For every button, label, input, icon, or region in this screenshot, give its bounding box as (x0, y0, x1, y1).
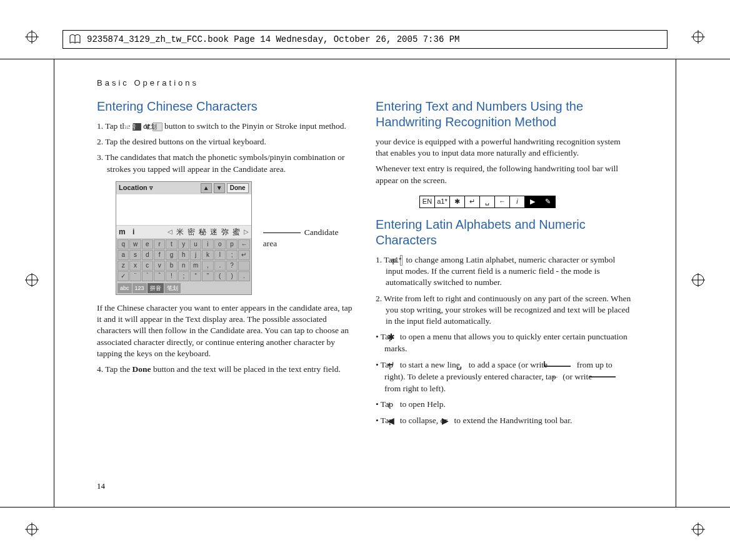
candidate-caption: Candidate area (263, 227, 354, 249)
stroke-button-icon: 笔划 (152, 122, 162, 131)
figure-title: Location ▿ (119, 183, 153, 192)
key: s (129, 250, 141, 260)
up-icon: ▲ (201, 183, 212, 193)
mode-indicator: a1* (435, 196, 450, 208)
backspace-icon: ← (495, 196, 510, 208)
key: r (154, 239, 165, 249)
paragraph-candidate: If the Chinese character you want to ent… (97, 302, 354, 359)
right-column: Entering Text and Numbers Using the Hand… (376, 99, 633, 431)
heading-latin: Entering Latin Alphabets and Numeric Cha… (376, 217, 633, 248)
key: b (166, 261, 177, 271)
key: f (154, 250, 165, 260)
book-icon (69, 34, 81, 44)
heading-handwriting: Entering Text and Numbers Using the Hand… (376, 99, 633, 130)
print-header: 9235874_3129_zh_tw_FCC.book Page 14 Wedn… (62, 30, 668, 49)
next-icon: ▷ (244, 228, 249, 236)
key: ; (226, 250, 238, 260)
key: m (190, 261, 201, 271)
key: e (142, 239, 153, 249)
bullet-collapse-extend: • Tap ◀ to collapse, or ▶ to extend the … (376, 415, 633, 427)
step-2: 2. Tap the desired buttons on the virtua… (97, 136, 354, 148)
register-target-icon (25, 273, 39, 287)
key: . (214, 261, 226, 271)
key: d (142, 250, 153, 260)
cropmark-icon (691, 30, 705, 44)
key: y (178, 239, 189, 249)
typed-pinyin: m i (119, 227, 137, 237)
key: v (154, 261, 165, 271)
candidate-row: m i ◁ 米 密 秘 迷 弥 蜜 ▷ (116, 226, 251, 238)
key: ( (214, 271, 226, 281)
bullet-help: • Tap i to open Help. (376, 399, 633, 411)
key: ¨ (129, 271, 141, 281)
key: j (190, 250, 201, 260)
bullet-newline-space-delete: • Tap ↵ to start a new line, ␣ to add a … (376, 359, 633, 394)
key: z (118, 261, 129, 271)
handwriting-toolbar-figure: EN a1* ✱ ↵ ␣ ← i ▶ ✎ (419, 196, 556, 208)
key: o (214, 239, 226, 249)
key: h (178, 250, 189, 260)
section-header: Basic Operations (97, 78, 633, 88)
space-icon: ␣ (480, 196, 495, 208)
key: a (118, 250, 129, 260)
step-3: 3. The candidates that match the phoneti… (97, 152, 354, 174)
key: n (178, 261, 189, 271)
key: k (202, 250, 213, 260)
key: g (166, 250, 177, 260)
cropmark-icon (25, 30, 39, 44)
down-icon: ▼ (214, 183, 225, 193)
lang-indicator: EN (420, 196, 435, 208)
mode-row: abc 123 拼音 笔划 (116, 282, 251, 294)
key: ; (178, 271, 189, 281)
key: . (238, 271, 249, 281)
key: l (214, 250, 226, 260)
prev-icon: ◁ (168, 228, 172, 236)
pinyin-button-icon: 拼音 (132, 123, 141, 131)
cropmark-icon (25, 522, 39, 536)
key: ” (202, 271, 213, 281)
asterisk-icon: ✱ (450, 196, 465, 208)
key: ˆ (154, 271, 165, 281)
key: p (226, 239, 238, 249)
r-step-2: 2. Write from left to right and continuo… (376, 293, 633, 328)
paragraph-hw-intro: your device is equipped with a powerful … (376, 136, 633, 159)
step-4: 4. Tap the Done button and the text will… (97, 364, 354, 375)
expand-icon: ▶ (525, 196, 540, 208)
register-target-icon (691, 273, 705, 287)
key: ! (166, 271, 177, 281)
r-step-1: 1. Tap a1* to change among Latin alphabe… (376, 254, 633, 289)
key: , (202, 261, 213, 271)
key: ) (226, 271, 238, 281)
step-1: 1. Tap the 拼音 or 笔划 button to switch to … (97, 121, 354, 132)
help-icon: i (510, 196, 525, 208)
key: t (166, 239, 177, 249)
mode-icon: a1* (400, 255, 403, 266)
key: ` (142, 271, 153, 281)
return-icon: ↵ (465, 196, 480, 208)
key: w (129, 239, 141, 249)
key: ? (226, 261, 238, 271)
figure-textarea (116, 194, 251, 226)
key: c (142, 261, 153, 271)
done-button: Done (227, 183, 249, 193)
pen-icon: ✎ (540, 196, 555, 208)
keyboard-figure: Location ▿ ▲ ▼ Done m i ◁ 米 密 秘 (116, 181, 252, 295)
virtual-keyboard: qwertyuiop← asdfghjkl;↵ zxcvbnm,.? ✓¨`ˆ!… (116, 238, 251, 282)
key: ← (238, 239, 249, 249)
key: ↵ (238, 250, 249, 260)
key: u (190, 239, 201, 249)
key: ✓ (118, 271, 129, 281)
print-header-text: 9235874_3129_zh_tw_FCC.book Page 14 Wedn… (87, 34, 460, 44)
space-gesture-icon (552, 359, 572, 371)
cropmark-icon (691, 522, 705, 536)
delete-gesture-icon (597, 371, 617, 382)
key: “ (190, 271, 201, 281)
page-number: 14 (97, 481, 105, 491)
bullet-punctuation: • Tap ✱ to open a menu that allows you t… (376, 331, 633, 354)
key: x (129, 261, 141, 271)
key: i (202, 239, 213, 249)
left-column: Entering Chinese Characters 1. Tap the 拼… (97, 99, 354, 431)
paragraph-hw-toolbar: Whenever text entry is required, the fol… (376, 163, 633, 186)
key: q (118, 239, 129, 249)
key (238, 261, 249, 271)
